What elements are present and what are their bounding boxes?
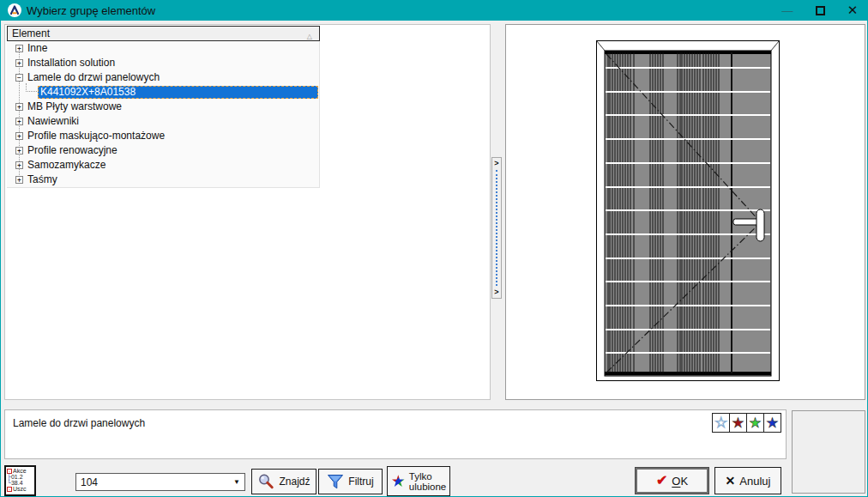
expand-box-icon[interactable]: + bbox=[15, 59, 23, 67]
splitter-dots bbox=[496, 170, 497, 286]
panel-splitter[interactable]: > > bbox=[491, 157, 502, 299]
mini-collapse-icon: - bbox=[7, 487, 12, 492]
star-outline-button[interactable]: ☆ bbox=[712, 413, 730, 433]
checkmark-icon: ✔ bbox=[656, 475, 667, 487]
collapse-box-icon[interactable]: − bbox=[15, 74, 23, 82]
multicolor-star-icon: ★ bbox=[391, 474, 406, 489]
star-blue-icon: ★ bbox=[766, 416, 778, 430]
selection-info-panel: Lamele do drzwi panelowych ☆★★★ bbox=[4, 409, 787, 459]
tree-item[interactable]: +Profile maskująco-montażowe bbox=[7, 129, 319, 143]
mini-tree-text: Uszc bbox=[13, 486, 27, 492]
element-tree: Element △ +Inne+Installation solution−La… bbox=[7, 26, 320, 188]
element-preview-panel bbox=[505, 24, 865, 400]
cancel-button-label: Anuluj bbox=[739, 475, 770, 488]
combo-value: 104 bbox=[81, 476, 98, 488]
tree-column-header-label: Element bbox=[12, 27, 50, 39]
tree-item[interactable]: +Samozamykacze bbox=[7, 158, 319, 173]
expand-box-icon[interactable]: + bbox=[15, 161, 23, 169]
tree-item-label: Profile renowacyjne bbox=[27, 144, 118, 157]
tree-item[interactable]: +Inne bbox=[7, 41, 319, 56]
splitter-collapse-icon: > bbox=[494, 160, 498, 167]
ok-button[interactable]: ✔ OK bbox=[635, 467, 709, 494]
star-blue-button[interactable]: ★ bbox=[763, 413, 781, 433]
star-outline-icon: ☆ bbox=[714, 416, 727, 430]
search-combo-box[interactable]: 104 ▼ bbox=[75, 473, 245, 491]
tree-item-label: Installation solution bbox=[27, 57, 115, 70]
only-favorites-label: Tylko ulubione bbox=[409, 471, 446, 492]
favorite-stars: ☆★★★ bbox=[713, 413, 781, 433]
combo-dropdown-button[interactable]: ▼ bbox=[229, 474, 244, 490]
magnifier-icon bbox=[257, 473, 274, 490]
close-button[interactable]: ✕ bbox=[838, 0, 867, 21]
find-button-label: Znajdź bbox=[279, 476, 310, 488]
chevron-down-icon: ▼ bbox=[233, 478, 240, 486]
app-logo-icon bbox=[8, 3, 21, 17]
selected-group-text: Lamele do drzwi panelowych bbox=[13, 417, 145, 429]
tree-item[interactable]: K441092X+8A01538 bbox=[7, 85, 319, 100]
expand-box-icon[interactable]: + bbox=[15, 45, 23, 52]
tree-item-label: MB Płyty warstwowe bbox=[27, 100, 122, 113]
element-group-panel: Element △ +Inne+Installation solution−La… bbox=[4, 24, 491, 400]
tree-item-label: Nawiewniki bbox=[27, 115, 79, 128]
tree-item-label: Taśmy bbox=[27, 173, 57, 186]
filter-button[interactable]: Filtruj bbox=[318, 469, 383, 494]
minimize-button[interactable]: — bbox=[773, 0, 802, 21]
minimize-icon: — bbox=[782, 4, 793, 17]
mini-tree-text: Akce bbox=[13, 468, 27, 474]
tree-item[interactable]: −Lamele do drzwi panelowych bbox=[7, 70, 319, 85]
close-icon: ✕ bbox=[847, 3, 859, 18]
x-icon: ✕ bbox=[726, 475, 736, 487]
expand-box-icon[interactable]: + bbox=[15, 176, 23, 184]
window-title: Wybierz grupę elementów bbox=[27, 4, 155, 17]
funnel-icon bbox=[327, 474, 344, 490]
expand-box-icon[interactable]: + bbox=[15, 103, 23, 111]
tree-item-label: Inne bbox=[27, 42, 47, 55]
dialog-window: Wybierz grupę elementów — ✕ Element △ +I… bbox=[0, 0, 868, 497]
expand-box-icon[interactable]: + bbox=[15, 132, 23, 140]
maximize-button[interactable] bbox=[805, 0, 835, 21]
tree-item[interactable]: +Taśmy bbox=[7, 173, 319, 187]
star-green-icon: ★ bbox=[749, 416, 761, 430]
tree-item[interactable]: +Profile renowacyjne bbox=[7, 143, 319, 158]
tree-item[interactable]: +MB Płyty warstwowe bbox=[7, 100, 319, 114]
star-red-icon: ★ bbox=[732, 416, 744, 430]
expand-box-icon[interactable]: + bbox=[15, 147, 23, 155]
tree-item-label: Samozamykacze bbox=[27, 159, 105, 172]
tree-item-label: Lamele do drzwi panelowych bbox=[27, 71, 160, 84]
maximize-icon bbox=[816, 6, 825, 15]
ok-button-label: OK bbox=[672, 475, 688, 488]
find-button[interactable]: Znajdź bbox=[251, 469, 316, 494]
star-green-button[interactable]: ★ bbox=[746, 413, 764, 433]
bottom-right-panel bbox=[792, 410, 865, 494]
title-bar: Wybierz grupę elementów — ✕ bbox=[1, 0, 868, 21]
splitter-collapse-icon: > bbox=[494, 288, 498, 296]
tree-item-label: Profile maskująco-montażowe bbox=[27, 130, 165, 142]
expand-box-icon[interactable]: + bbox=[15, 118, 23, 125]
cancel-button[interactable]: ✕ Anuluj bbox=[714, 467, 781, 494]
tree-column-header[interactable]: Element △ bbox=[7, 26, 320, 41]
star-red-button[interactable]: ★ bbox=[729, 413, 747, 433]
tree-item[interactable]: +Nawiewniki bbox=[7, 114, 319, 129]
filter-button-label: Filtruj bbox=[348, 476, 373, 488]
tree-view-toggle-button[interactable]: -Akce ├01.2 └38.4 -Uszc bbox=[4, 465, 36, 496]
tree-item[interactable]: +Installation solution bbox=[7, 56, 319, 70]
only-favorites-button[interactable]: ★ Tylko ulubione bbox=[387, 466, 450, 496]
door-panel-preview bbox=[596, 40, 780, 381]
mini-tree-text: 38.4 bbox=[11, 480, 23, 486]
element-tree-list: +Inne+Installation solution−Lamele do dr… bbox=[7, 41, 320, 188]
tree-connector-line bbox=[26, 83, 37, 92]
tree-item-label: K441092X+8A01538 bbox=[38, 86, 318, 99]
